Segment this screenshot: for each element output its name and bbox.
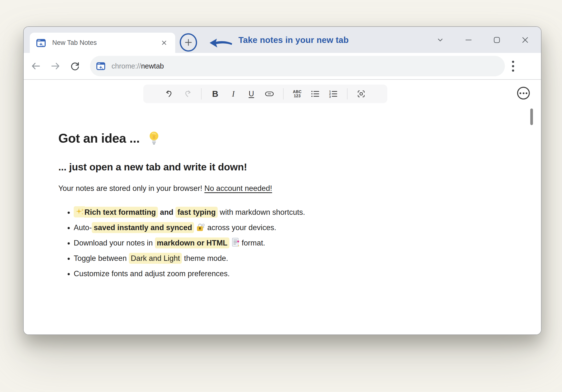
forward-arrow-icon[interactable] [50,61,61,71]
url-text: chrome://newtab [112,62,164,70]
undo-button[interactable] [163,87,176,101]
abc-label: ABC [293,90,302,94]
annotation-text: Take notes in your new tab [238,27,349,53]
text-run [194,223,196,232]
bold-button[interactable]: B [209,87,222,101]
toolbar-divider [283,88,283,100]
text-run: with markdown shortcuts. [218,208,305,216]
focus-mode-button[interactable] [355,87,367,101]
minimize-icon[interactable] [464,36,473,44]
note-heading: Got an idea ... [58,130,488,147]
svg-text:3: 3 [329,95,331,98]
hand-drawn-arrow-left-icon [209,38,233,49]
address-bar-row: chrome://newtab [24,53,541,80]
note-bullet: Download your notes in markdown or HTML … [74,235,488,251]
text-run: Auto- [74,223,92,232]
plus-icon [185,39,192,46]
bullet-list-button[interactable] [309,87,322,101]
text-run: saved instantly and synced [92,222,194,233]
kebab-menu-icon[interactable] [510,60,516,72]
lock-emoji [196,223,205,232]
text-run: Download your notes in [74,239,155,247]
text-run: fast typing [176,207,218,218]
note-intro: Your notes are stored only in your brows… [58,183,488,194]
abc-123-button[interactable]: ABC 123 [291,87,304,101]
reload-icon[interactable] [70,61,80,71]
text-run: markdown or HTML [155,237,229,248]
note-document: Got an idea ... ... just open a new tab … [58,130,488,281]
text-run: and [158,208,176,216]
link-button[interactable] [263,87,276,101]
tab-strip: New Tab Notes Tak [24,27,541,53]
screenshot-stage: New Tab Notes Tak [0,0,562,392]
tab-search-chevron-icon[interactable] [436,36,444,44]
scrollbar-thumb[interactable] [530,109,533,125]
note-bullet-list: Rich text formatting and fast typing wit… [58,204,488,281]
toolbar-divider [347,88,348,100]
text-run: Your notes are stored only in your brows… [58,184,204,193]
text-run: theme mode. [182,254,228,263]
num-label: 123 [294,94,301,98]
note-subheading: ... just open a new tab and write it dow… [58,160,488,174]
text-run: Rich text formatting [84,207,158,218]
doc-emoji [232,238,240,247]
italic-button[interactable]: I [227,87,240,101]
text-run: across your devices. [205,223,276,232]
note-bullet: Customize fonts and adjust zoom preferen… [74,266,488,281]
tab-close-icon[interactable] [159,38,169,48]
window-controls [436,27,529,53]
text-run: No account needed! [204,184,272,193]
numbered-list-button[interactable]: 1 2 3 [327,87,340,101]
maximize-icon[interactable] [493,36,501,44]
toolbar-divider [201,88,201,100]
omnibox-url-field[interactable]: chrome://newtab [90,56,505,76]
url-host: newtab [141,62,164,70]
note-bullet: Auto-saved instantly and synced across y… [74,220,488,235]
tab-title: New Tab Notes [52,39,159,46]
url-scheme: chrome:// [112,62,141,70]
formatting-toolbar: B I U ABC 123 [143,85,387,103]
note-bullet: Rich text formatting and fast typing wit… [74,204,488,220]
text-run [229,239,232,247]
note-editor-area[interactable]: B I U ABC 123 [24,80,541,335]
lightbulb-emoji [148,131,160,146]
back-arrow-icon[interactable] [31,61,41,71]
close-window-icon[interactable] [521,36,529,44]
heading-text: Got an idea ... [58,130,140,147]
sparkles-emoji [74,206,85,217]
more-options-button[interactable] [517,87,530,100]
newtab-notes-extension-icon [96,61,105,71]
redo-button[interactable] [181,87,194,101]
new-tab-button[interactable] [179,33,198,52]
text-run: Toggle between [74,254,129,263]
tab-new-tab-notes[interactable]: New Tab Notes [30,33,175,53]
text-run: format. [240,239,265,247]
lightbulb-emoji [148,131,160,146]
text-run: Dark and Light [129,253,182,264]
newtab-notes-extension-icon [36,38,46,48]
text-run: Customize fonts and adjust zoom preferen… [74,269,230,278]
browser-window: New Tab Notes Tak [23,26,541,335]
underline-button[interactable]: U [245,87,258,101]
note-bullet: Toggle between Dark and Light theme mode… [74,251,488,266]
